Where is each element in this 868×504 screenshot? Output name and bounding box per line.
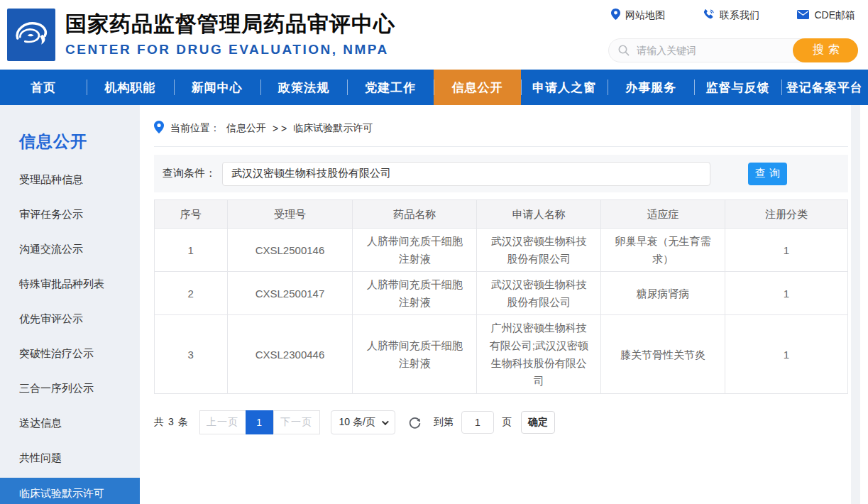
cell-acceptance-no: CXSL2500147	[227, 272, 353, 315]
col-header-registration-class: 注册分类	[725, 200, 848, 229]
results-table: 序号 受理号 药品名称 申请人名称 适应症 注册分类 1 CXSL2500146…	[154, 199, 848, 394]
phone-icon	[703, 9, 715, 22]
sidebar: 信息公开 受理品种信息 审评任务公示 沟通交流公示 特殊审批品种列表 优先审评公…	[0, 105, 140, 504]
nav-supervision-feedback[interactable]: 监督与反馈	[694, 70, 781, 105]
cell-drug-name: 人脐带间充质干细胞注射液	[353, 272, 477, 315]
cell-acceptance-no: CXSL2300446	[227, 315, 353, 394]
content: 当前位置： 信息公开 > > 临床试验默示许可 查询条件： 查询 序号 受理号 …	[140, 105, 868, 504]
table-header-row: 序号 受理号 药品名称 申请人名称 适应症 注册分类	[155, 200, 848, 229]
nav-applicant-window[interactable]: 申请人之窗	[521, 70, 608, 105]
next-page-button[interactable]: 下一页	[273, 410, 320, 434]
location-pin-icon	[611, 9, 620, 22]
cell-indication: 膝关节骨性关节炎	[601, 315, 725, 394]
site-title: 国家药品监督管理局药品审评中心	[65, 12, 395, 37]
search-icon	[618, 45, 630, 56]
cell-drug-name: 人脐带间充质干细胞注射液	[353, 229, 477, 272]
sidebar-item-three-in-one[interactable]: 三合一序列公示	[0, 371, 140, 406]
sidebar-item-clinical-trial-implied-license[interactable]: 临床试验默示许可	[0, 478, 140, 504]
sidebar-item-common-issues[interactable]: 共性问题	[0, 441, 140, 476]
nav-services[interactable]: 办事服务	[608, 70, 694, 105]
page-size-value: 10 条/页	[339, 416, 375, 429]
refresh-icon[interactable]	[408, 416, 422, 429]
site-header: 国家药品监督管理局药品审评中心 CENTER FOR DRUG EVALUATI…	[0, 0, 868, 70]
cell-registration-class: 1	[725, 229, 848, 272]
breadcrumb-section[interactable]: 信息公开	[226, 122, 266, 135]
cell-seq: 3	[155, 315, 228, 394]
nav-home[interactable]: 首页	[0, 70, 87, 105]
contact-label: 联系我们	[720, 9, 759, 22]
main-nav: 首页 机构职能 新闻中心 政策法规 党建工作 信息公开 申请人之窗 办事服务 监…	[0, 70, 868, 105]
col-header-applicant: 申请人名称	[477, 200, 601, 229]
envelope-icon	[797, 10, 809, 21]
query-button[interactable]: 查询	[748, 163, 787, 185]
breadcrumb-pin-icon	[154, 121, 164, 136]
cell-seq: 1	[155, 229, 228, 272]
sidebar-item-priority-review[interactable]: 优先审评公示	[0, 302, 140, 336]
contact-link[interactable]: 联系我们	[703, 9, 759, 22]
cell-applicant: 武汉汉密顿生物科技股份有限公司	[477, 229, 601, 272]
table-row: 1 CXSL2500146 人脐带间充质干细胞注射液 武汉汉密顿生物科技股份有限…	[155, 229, 848, 272]
sidebar-item-breakthrough-therapy[interactable]: 突破性治疗公示	[0, 336, 140, 371]
nav-info-disclosure[interactable]: 信息公开	[434, 70, 520, 105]
pagination: 共 3 条 上一页 1 下一页 10 条/页 到第 页 确定	[154, 410, 848, 434]
cell-applicant: 广州汉密顿生物科技有限公司;武汉汉密顿生物科技股份有限公司	[477, 315, 601, 394]
cell-indication: 糖尿病肾病	[601, 272, 725, 315]
page-1-button[interactable]: 1	[246, 410, 274, 434]
sidebar-item-review-task[interactable]: 审评任务公示	[0, 197, 140, 232]
sidebar-item-accepted-variety-info[interactable]: 受理品种信息	[0, 163, 140, 197]
mail-label: CDE邮箱	[814, 9, 855, 22]
cell-registration-class: 1	[725, 315, 848, 394]
brand: 国家药品监督管理局药品审评中心 CENTER FOR DRUG EVALUATI…	[7, 9, 395, 61]
goto-page-unit: 页	[502, 416, 512, 429]
nav-registration-platform[interactable]: 登记备案平台	[781, 70, 868, 105]
query-panel: 查询条件： 查询	[154, 155, 848, 192]
col-header-drug-name: 药品名称	[353, 200, 477, 229]
keyword-search-input[interactable]	[630, 40, 793, 61]
cell-seq: 2	[155, 272, 228, 315]
goto-page-input[interactable]	[461, 411, 494, 434]
col-header-indication: 适应症	[601, 200, 725, 229]
goto-page-label: 到第	[434, 416, 454, 429]
chevron-down-icon	[382, 418, 389, 425]
page-scrollbar[interactable]	[851, 105, 860, 504]
breadcrumb-separator: > >	[273, 123, 287, 134]
sidebar-item-communication[interactable]: 沟通交流公示	[0, 232, 140, 267]
sidebar-item-special-approval-list[interactable]: 特殊审批品种列表	[0, 267, 140, 302]
col-header-acceptance-no: 受理号	[227, 200, 353, 229]
cell-drug-name: 人脐带间充质干细胞注射液	[353, 315, 477, 394]
nav-policies[interactable]: 政策法规	[260, 70, 347, 105]
col-header-seq: 序号	[155, 200, 228, 229]
main-layout: 信息公开 受理品种信息 审评任务公示 沟通交流公示 特殊审批品种列表 优先审评公…	[0, 105, 868, 504]
site-search-button[interactable]: 搜索	[793, 38, 858, 62]
cell-applicant: 武汉汉密顿生物科技股份有限公司	[477, 272, 601, 315]
cell-registration-class: 1	[725, 272, 848, 315]
sidebar-title: 信息公开	[0, 126, 140, 163]
site-search: 搜索	[608, 38, 858, 62]
cell-indication: 卵巢早衰（无生育需求）	[601, 229, 725, 272]
table-row: 2 CXSL2500147 人脐带间充质干细胞注射液 武汉汉密顿生物科技股份有限…	[155, 272, 848, 315]
mail-link[interactable]: CDE邮箱	[797, 9, 855, 22]
query-condition-input[interactable]	[222, 162, 710, 186]
site-subtitle: CENTER FOR DRUG EVALUATION, NMPA	[65, 42, 395, 57]
breadcrumb: 当前位置： 信息公开 > > 临床试验默示许可	[154, 121, 848, 147]
cde-logo	[7, 9, 55, 61]
brand-text: 国家药品监督管理局药品审评中心 CENTER FOR DRUG EVALUATI…	[65, 12, 395, 57]
query-condition-label: 查询条件：	[163, 167, 216, 180]
nav-functions[interactable]: 机构职能	[87, 70, 173, 105]
goto-confirm-button[interactable]: 确定	[521, 411, 555, 434]
table-row: 3 CXSL2300446 人脐带间充质干细胞注射液 广州汉密顿生物科技有限公司…	[155, 315, 848, 394]
cde-swirl-icon	[11, 16, 51, 54]
quick-links: 网站地图 联系我们 CDE邮箱	[608, 9, 858, 22]
header-right: 网站地图 联系我们 CDE邮箱 搜索	[608, 7, 858, 62]
nav-party-building[interactable]: 党建工作	[347, 70, 434, 105]
nav-news[interactable]: 新闻中心	[174, 70, 260, 105]
sidebar-item-delivery-info[interactable]: 送达信息	[0, 406, 140, 441]
sidebar-menu: 受理品种信息 审评任务公示 沟通交流公示 特殊审批品种列表 优先审评公示 突破性…	[0, 163, 140, 504]
prev-page-button[interactable]: 上一页	[199, 410, 246, 434]
sitemap-link[interactable]: 网站地图	[611, 9, 665, 22]
pagination-total: 共 3 条	[154, 416, 189, 429]
breadcrumb-current: 临床试验默示许可	[293, 122, 373, 135]
page-size-select[interactable]: 10 条/页	[331, 410, 395, 434]
cell-acceptance-no: CXSL2500146	[227, 229, 353, 272]
breadcrumb-prefix: 当前位置：	[170, 122, 220, 135]
